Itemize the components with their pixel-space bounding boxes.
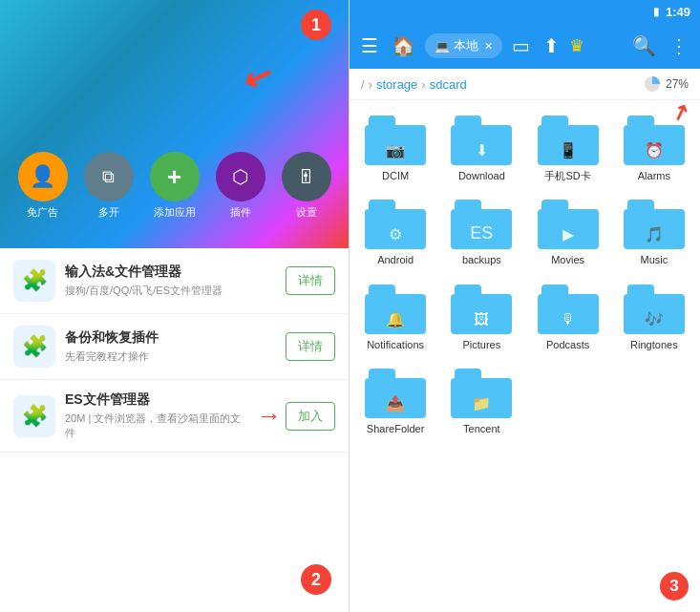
folder-label-sdcard: 手机SD卡	[544, 169, 590, 182]
folder-tencent[interactable]: 📁 Tencent	[439, 361, 523, 443]
plugin-desc-backup: 先看完教程才操作	[65, 349, 276, 364]
app-icon-addapp[interactable]: + 添加应用	[150, 152, 200, 220]
plugin-list: 🧩 输入法&文件管理器 搜狗/百度/QQ/讯飞/ES文件管理器 详情 🧩 备份和…	[0, 248, 349, 612]
breadcrumb-arrow1: ›	[369, 77, 372, 92]
folder-music[interactable]: 🎵 Music	[612, 192, 696, 274]
nav-tab-local[interactable]: 💻 本地 ✕	[425, 33, 502, 58]
folder-label-pictures: Pictures	[463, 338, 501, 351]
app-icon-multiopen[interactable]: ⧉ 多开	[84, 152, 134, 220]
plugin-icon-backup: 🧩	[13, 326, 55, 368]
folder-icon-podcasts: 🎙	[538, 285, 599, 334]
folder-overlay-music: 🎵	[645, 225, 664, 243]
badge-2: 2	[301, 564, 331, 595]
folder-download[interactable]: ⬇ Download	[439, 108, 523, 190]
badge-1: 1	[301, 10, 331, 40]
breadcrumb-root: /	[361, 77, 365, 92]
upload-icon[interactable]: ⬆	[540, 31, 563, 61]
folder-dcim[interactable]: 📷 DCIM	[353, 108, 437, 190]
plugin-desc-ime: 搜狗/百度/QQ/讯飞/ES文件管理器	[65, 284, 276, 298]
folder-overlay-notifications: 🔔	[386, 310, 405, 328]
arrow-down-icon: ↙	[238, 53, 279, 101]
crown-icon: ♛	[569, 35, 584, 56]
folder-ringtones[interactable]: 🎶 Ringtones	[612, 277, 696, 359]
plugin-btn-backup[interactable]: 详情	[286, 332, 335, 361]
left-panel: ↙ 👤 免广告 ⧉ 多开 + 添加应用	[0, 0, 349, 612]
folder-label-music: Music	[641, 253, 668, 266]
folder-icon-ringtones: 🎶	[624, 285, 685, 334]
tab-add-icon[interactable]: ▭	[508, 31, 534, 61]
plugin-item-es[interactable]: 🧩 ES文件管理器 20M | 文件浏览器，查看沙箱里面的文件 → 加入	[0, 380, 349, 453]
breadcrumb-arrow2: ›	[421, 77, 425, 92]
tab-close-icon[interactable]: ✕	[484, 40, 493, 53]
status-time: 1:49	[666, 5, 690, 19]
folder-notifications[interactable]: 🔔 Notifications	[353, 277, 437, 359]
storage-pie-chart	[643, 74, 662, 94]
folder-label-backups: backups	[462, 253, 501, 266]
folder-icon-music: 🎵	[624, 200, 685, 249]
app-icon-noad[interactable]: 👤 免广告	[18, 152, 68, 220]
plugin-item-ime[interactable]: 🧩 输入法&文件管理器 搜狗/百度/QQ/讯飞/ES文件管理器 详情	[0, 248, 349, 314]
plugin-text-ime: 输入法&文件管理器 搜狗/百度/QQ/讯飞/ES文件管理器	[65, 264, 276, 298]
plugin-text-es: ES文件管理器 20M | 文件浏览器，查看沙箱里面的文件	[65, 391, 247, 440]
folder-icon-movies: ▶	[538, 200, 599, 249]
app-icon-plugin-label: 插件	[230, 205, 251, 220]
folder-overlay-android: ⚙	[389, 225, 402, 243]
folder-icon-sdcard: 📱	[538, 116, 599, 165]
folder-icon-alarms: ⏰ ↙	[624, 116, 685, 165]
right-panel: ▮ 1:49 ☰ 🏠 💻 本地 ✕ ▭ ⬆ ♛ 🔍 ⋮ / › storage …	[349, 0, 700, 612]
folder-android[interactable]: ⚙ Android	[353, 192, 437, 274]
folder-label-movies: Movies	[551, 253, 584, 266]
app-icon-multiopen-label: 多开	[98, 205, 119, 220]
plugin-btn-es[interactable]: 加入	[286, 402, 335, 431]
app-icon-settings[interactable]: 🎚 设置	[282, 152, 331, 220]
folder-backups[interactable]: ES backups	[439, 192, 523, 274]
home-icon[interactable]: 🏠	[388, 31, 419, 61]
nav-tab-label: 本地	[454, 37, 478, 54]
folder-icon-pictures: 🖼	[451, 285, 512, 334]
app-icon-settings-label: 设置	[296, 205, 317, 220]
status-bar: ▮ 1:49	[350, 0, 700, 23]
plugin-btn-ime[interactable]: 详情	[286, 266, 335, 295]
folder-icon-dcim: 📷	[365, 116, 426, 165]
folder-overlay-podcasts: 🎙	[561, 311, 576, 328]
plugin-name-es: ES文件管理器	[65, 391, 247, 409]
folder-overlay-movies: ▶	[562, 225, 574, 243]
folder-icon-notifications: 🔔	[365, 285, 426, 334]
alarms-arrow-icon: ↙	[668, 100, 693, 128]
hamburger-icon[interactable]: ☰	[357, 31, 382, 61]
folder-label-dcim: DCIM	[382, 169, 409, 182]
nav-bar: ☰ 🏠 💻 本地 ✕ ▭ ⬆ ♛ 🔍 ⋮	[350, 23, 700, 69]
folder-podcasts[interactable]: 🎙 Podcasts	[526, 277, 610, 359]
folder-icon-download: ⬇	[451, 116, 512, 165]
app-icons-row: 👤 免广告 ⧉ 多开 + 添加应用 ⬡ 插件	[0, 152, 349, 220]
folder-sdcard[interactable]: 📱 手机SD卡	[526, 108, 610, 190]
folder-sharefolder[interactable]: 📤 ShareFolder	[353, 361, 437, 443]
folder-label-alarms: Alarms	[638, 169, 670, 182]
folder-alarms[interactable]: ⏰ ↙ Alarms	[612, 108, 696, 190]
storage-badge: 27%	[643, 74, 689, 94]
folder-icon-backups: ES	[451, 200, 512, 249]
folder-label-download: Download	[458, 169, 505, 182]
app-icon-noad-label: 免广告	[27, 205, 58, 220]
folder-overlay-tencent: 📁	[472, 394, 491, 412]
folder-label-ringtones: Ringtones	[630, 338, 678, 351]
folder-icon-android: ⚙	[365, 200, 426, 249]
breadcrumb-storage[interactable]: storage	[376, 77, 417, 92]
breadcrumb-sdcard[interactable]: sdcard	[430, 77, 467, 92]
folder-movies[interactable]: ▶ Movies	[526, 192, 610, 274]
plugin-item-backup[interactable]: 🧩 备份和恢复插件 先看完教程才操作 详情	[0, 314, 349, 380]
breadcrumb-bar: / › storage › sdcard 27%	[350, 69, 700, 100]
folder-overlay-alarms: ⏰	[645, 141, 664, 159]
search-icon[interactable]: 🔍	[628, 31, 660, 61]
storage-percent: 27%	[666, 77, 689, 91]
folder-overlay-sdcard: 📱	[559, 141, 578, 159]
folder-overlay-ringtones: 🎶	[645, 310, 664, 328]
battery-icon: ▮	[653, 5, 660, 18]
file-grid: 📷 DCIM ⬇ Download 📱 手机SD卡	[350, 100, 700, 612]
folder-overlay-backups: ES	[470, 223, 493, 243]
more-icon[interactable]: ⋮	[666, 31, 692, 61]
arrow-right-icon: →	[257, 401, 282, 431]
app-icon-plugin[interactable]: ⬡ 插件	[216, 152, 265, 220]
folder-overlay-pictures: 🖼	[474, 311, 489, 328]
folder-pictures[interactable]: 🖼 Pictures	[439, 277, 523, 359]
